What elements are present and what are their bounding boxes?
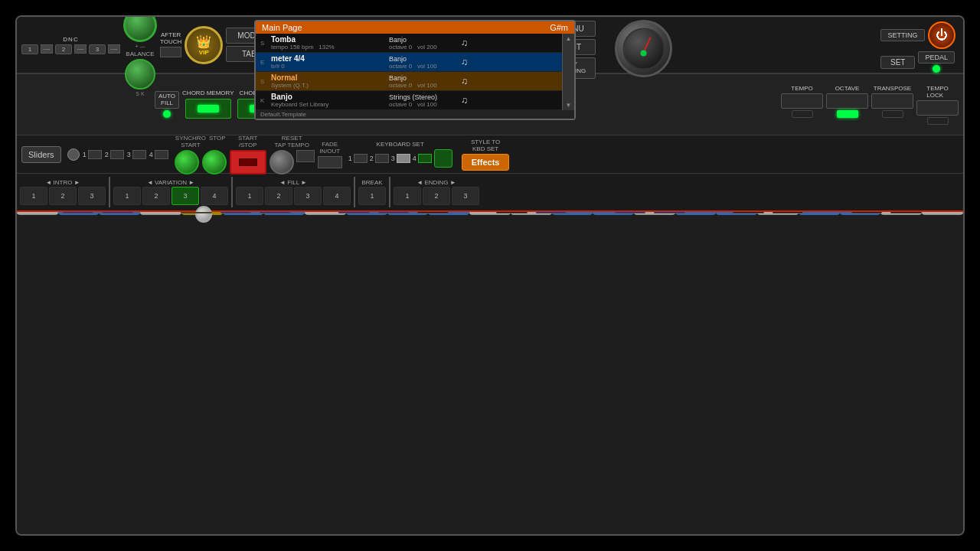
white-key-16[interactable] xyxy=(634,212,675,215)
white-key-9[interactable] xyxy=(346,212,387,215)
white-key-4[interactable] xyxy=(140,212,181,215)
tempo-lock-ctrl-led xyxy=(927,117,949,125)
balance-knob[interactable] xyxy=(125,59,155,90)
piano-keyboard xyxy=(17,212,963,215)
tempo-lock-ctrl-button[interactable] xyxy=(916,100,959,116)
intro-btn-3[interactable]: 3 xyxy=(78,187,106,205)
break-label: BREAK xyxy=(361,179,382,186)
start-stop-section: START/STOP xyxy=(230,135,266,174)
after-touch-btn[interactable] xyxy=(160,47,181,57)
main-display: Main Page G#m S Tomba tempo 158 bpm 132% xyxy=(254,20,576,120)
var-btn-1[interactable]: 1 xyxy=(113,187,141,205)
ending-btn-2[interactable]: 2 xyxy=(423,187,450,205)
var-btn-3[interactable]: 3 xyxy=(172,187,199,205)
fill-btn-2[interactable]: 2 xyxy=(265,187,292,205)
start-stop-button[interactable] xyxy=(230,150,266,174)
ending-btn-1[interactable]: 1 xyxy=(394,187,421,205)
effects-button[interactable]: Effects xyxy=(462,154,510,171)
intro-btn-2[interactable]: 2 xyxy=(49,187,77,205)
intro-label: ◄ INTRO ► xyxy=(45,179,80,186)
pedal-section: PEDAL xyxy=(918,51,955,73)
pedal-button[interactable]: PEDAL xyxy=(918,51,955,64)
white-key-12[interactable] xyxy=(469,212,511,215)
white-key-21[interactable] xyxy=(840,212,881,215)
var-btn-2[interactable]: 2 xyxy=(142,187,170,205)
piano-slider-thumb[interactable] xyxy=(195,206,212,223)
display-key: G#m xyxy=(550,23,568,32)
kbd-set-section: KEYBOARD SET 1 2 3 4 xyxy=(348,141,452,168)
white-key-15[interactable] xyxy=(593,212,634,215)
display-rows: S Tomba tempo 158 bpm 132% Banjo octave … xyxy=(256,34,562,110)
power-button[interactable]: ⏻ xyxy=(928,21,956,49)
scroll-up-icon[interactable]: ▲ xyxy=(566,35,572,42)
song-sub-2: b/# 0 xyxy=(271,63,386,70)
white-key-2[interactable] xyxy=(58,212,100,215)
master-volume-knob[interactable] xyxy=(123,15,157,42)
fill-btn-4[interactable]: 4 xyxy=(323,187,351,205)
inst-3: Banjo xyxy=(389,74,458,82)
fill-btn-3[interactable]: 3 xyxy=(294,187,322,205)
ending-label: ◄ ENDING ► xyxy=(416,179,456,186)
white-key-5-yellow[interactable] xyxy=(181,212,223,215)
kbd-set-green-btn[interactable] xyxy=(434,149,452,168)
variation-label: ◄ VARIATION ► xyxy=(147,179,194,186)
fill-btn-1[interactable]: 1 xyxy=(236,187,263,205)
pad-circle-1[interactable] xyxy=(67,148,80,161)
tempo-lock-ctrl-group: TEMPOLOCK xyxy=(916,85,959,125)
set-button[interactable]: SET xyxy=(880,56,915,69)
note-icon-3: ♫ xyxy=(461,76,468,86)
chord-memory-label: CHORD MEMORY xyxy=(182,90,234,97)
white-key-3[interactable] xyxy=(99,212,140,215)
tempo-knob-section xyxy=(615,20,672,77)
white-key-7[interactable] xyxy=(263,212,305,215)
divider-4 xyxy=(389,177,390,207)
white-key-14[interactable] xyxy=(552,212,593,215)
chord-memory-button[interactable] xyxy=(185,99,231,119)
white-keys[interactable] xyxy=(17,212,963,215)
scroll-down-icon[interactable]: ▼ xyxy=(566,102,572,109)
white-key-20[interactable] xyxy=(799,212,840,215)
white-key-11[interactable] xyxy=(428,212,469,215)
synchro-start-button[interactable] xyxy=(175,150,199,174)
kbd-set-btn-1: 1 xyxy=(348,149,368,168)
tempo-knob[interactable] xyxy=(615,20,672,77)
reset-tap-button[interactable] xyxy=(270,150,294,174)
auto-fill-button[interactable]: AUTOFILL xyxy=(155,91,179,109)
white-key-19[interactable] xyxy=(757,212,799,215)
white-key-17[interactable] xyxy=(675,212,717,215)
row3-transport: Sliders 1 2 3 4 xyxy=(17,135,963,174)
white-key-13[interactable] xyxy=(511,212,552,215)
fade-button[interactable] xyxy=(318,156,342,168)
intro-btn-1[interactable]: 1 xyxy=(20,187,47,205)
white-key-23[interactable] xyxy=(922,212,963,215)
synchro-stop-button[interactable] xyxy=(202,150,227,174)
dnc-btn-1[interactable]: 1 xyxy=(21,44,38,54)
dnc-btn-2[interactable]: 2 xyxy=(55,44,72,54)
white-key-18[interactable] xyxy=(716,212,757,215)
note-icon-2: ♫ xyxy=(461,57,468,67)
transpose-ctrl-button[interactable] xyxy=(871,93,913,109)
white-key-6[interactable] xyxy=(223,212,264,215)
transpose-ctrl-led xyxy=(882,110,903,118)
dnc-btn-3[interactable]: 3 xyxy=(89,44,106,54)
sliders-button[interactable]: Sliders xyxy=(21,146,61,163)
tempo-ctrl-button[interactable] xyxy=(781,93,823,109)
note-icon-1: ♫ xyxy=(461,37,468,48)
white-key-8[interactable] xyxy=(305,212,346,215)
kbd-set-btn-3: 3 xyxy=(391,149,410,168)
setting-button[interactable]: SETTING xyxy=(880,29,925,41)
white-key-1[interactable] xyxy=(17,212,58,215)
after-touch-label: AFTERTOUCH xyxy=(160,32,181,46)
tempo-ctrl-led xyxy=(792,110,813,118)
octave-ctrl-button[interactable] xyxy=(826,93,868,109)
ending-btn-3[interactable]: 3 xyxy=(452,187,479,205)
start-stop-led xyxy=(239,158,257,166)
break-btn-1[interactable]: 1 xyxy=(358,187,386,205)
white-key-10[interactable] xyxy=(387,212,429,215)
display-scrollbar[interactable]: ▲ ▼ xyxy=(562,34,574,110)
divider-2 xyxy=(231,177,233,207)
after-touch-section: AFTERTOUCH xyxy=(160,32,181,58)
white-key-22[interactable] xyxy=(880,212,922,215)
synchro-labels: SYNCHROSTART STOP xyxy=(175,135,226,148)
var-btn-4[interactable]: 4 xyxy=(201,187,228,205)
